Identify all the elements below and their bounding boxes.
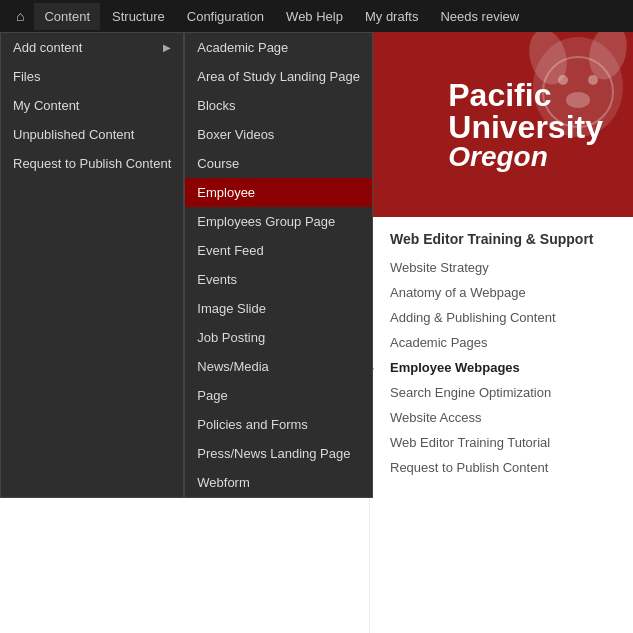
sidebar-links: Website StrategyAnatomy of a WebpageAddi… — [390, 255, 613, 480]
svg-point-4 — [558, 75, 568, 85]
dropdown-events[interactable]: Events — [185, 265, 372, 294]
sidebar-link[interactable]: Anatomy of a Webpage — [390, 280, 613, 305]
dropdown-page[interactable]: Page — [185, 381, 372, 410]
sidebar-link[interactable]: Website Access — [390, 405, 613, 430]
dropdown-news-media[interactable]: News/Media — [185, 352, 372, 381]
dropdown-employee[interactable]: Employee — [185, 178, 372, 207]
dropdown-col-2: Academic Page Area of Study Landing Page… — [184, 32, 373, 498]
svg-point-5 — [588, 75, 598, 85]
top-navigation: ⌂ Content Structure Configuration Web He… — [0, 0, 633, 32]
nav-mydrafts[interactable]: My drafts — [355, 3, 428, 30]
sidebar-link[interactable]: Website Strategy — [390, 255, 613, 280]
nav-configuration[interactable]: Configuration — [177, 3, 274, 30]
sidebar-link[interactable]: Request to Publish Content — [390, 455, 613, 480]
dropdown-event-feed[interactable]: Event Feed — [185, 236, 372, 265]
dropdown-policies-forms[interactable]: Policies and Forms — [185, 410, 372, 439]
dropdown-unpublished-content[interactable]: Unpublished Content — [1, 120, 183, 149]
dropdown-blocks[interactable]: Blocks — [185, 91, 372, 120]
svg-point-6 — [566, 92, 590, 108]
nav-structure[interactable]: Structure — [102, 3, 175, 30]
arrow-icon: ▶ — [163, 42, 171, 53]
dropdown-container: Add content ▶ Files My Content Unpublish… — [0, 32, 373, 498]
dropdown-area-of-study[interactable]: Area of Study Landing Page — [185, 62, 372, 91]
nav-needsreview[interactable]: Needs review — [430, 3, 529, 30]
sidebar-link[interactable]: Web Editor Training Tutorial — [390, 430, 613, 455]
dropdown-academic-page[interactable]: Academic Page — [185, 33, 372, 62]
dropdown-press-news[interactable]: Press/News Landing Page — [185, 439, 372, 468]
home-icon[interactable]: ⌂ — [8, 2, 32, 30]
sidebar-link[interactable]: Employee Webpages — [390, 355, 613, 380]
dropdown-files[interactable]: Files — [1, 62, 183, 91]
dropdown-add-content[interactable]: Add content ▶ — [1, 33, 183, 62]
dropdown-col-1: Add content ▶ Files My Content Unpublish… — [0, 32, 184, 498]
dropdown-my-content[interactable]: My Content — [1, 91, 183, 120]
sidebar-link[interactable]: Academic Pages — [390, 330, 613, 355]
nav-webhelp[interactable]: Web Help — [276, 3, 353, 30]
dropdown-image-slide[interactable]: Image Slide — [185, 294, 372, 323]
dropdown-employees-group-page[interactable]: Employees Group Page — [185, 207, 372, 236]
sidebar-link[interactable]: Adding & Publishing Content — [390, 305, 613, 330]
sidebar-link[interactable]: Search Engine Optimization — [390, 380, 613, 405]
dropdown-request-publish[interactable]: Request to Publish Content — [1, 149, 183, 178]
nav-content[interactable]: Content — [34, 3, 100, 30]
dropdown-course[interactable]: Course — [185, 149, 372, 178]
dropdown-boxer-videos[interactable]: Boxer Videos — [185, 120, 372, 149]
right-panel: Web Editor Training & Support Website St… — [370, 217, 633, 633]
dropdown-job-posting[interactable]: Job Posting — [185, 323, 372, 352]
boxer-mascot-icon — [503, 32, 633, 172]
sidebar-title: Web Editor Training & Support — [390, 227, 613, 251]
dropdown-webform[interactable]: Webform — [185, 468, 372, 497]
